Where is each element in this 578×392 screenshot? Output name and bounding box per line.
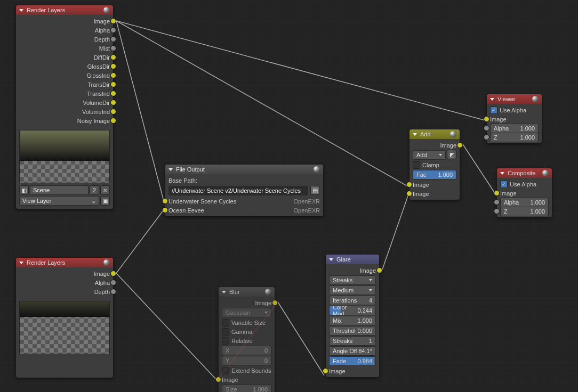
preview-icon[interactable] (314, 166, 320, 173)
color-ramp-icon[interactable]: ◩ (447, 150, 456, 159)
size-slider[interactable]: Size1.000 (222, 385, 271, 392)
socket-out[interactable] (272, 300, 278, 306)
socket-out[interactable] (110, 118, 116, 124)
node-header[interactable]: Render Layers (16, 258, 113, 267)
colormod-slider[interactable]: Color Mod0.244 (329, 306, 376, 315)
collapse-icon[interactable] (168, 168, 173, 171)
socket-in[interactable] (484, 125, 489, 131)
alpha-slider[interactable]: Alpha1.000 (490, 124, 539, 133)
socket-in[interactable] (323, 368, 328, 374)
socket-in[interactable] (215, 377, 221, 382)
file-slot-name[interactable]: Ocean Eevee (168, 207, 290, 214)
socket-out[interactable] (110, 54, 116, 60)
blend-mode-dropdown[interactable]: Add (413, 150, 446, 160)
glare-type-dropdown[interactable]: Streaks (329, 275, 376, 285)
socket-out[interactable] (110, 27, 116, 33)
preview-icon[interactable] (103, 259, 110, 266)
socket-in[interactable] (494, 208, 500, 214)
socket-out[interactable] (110, 271, 116, 276)
node-header[interactable]: Blur (219, 287, 275, 297)
node-header[interactable]: Add (410, 129, 460, 139)
y-slider[interactable]: Y0 (222, 356, 271, 365)
socket-out[interactable] (110, 109, 116, 115)
glare-node[interactable]: Glare Image Streaks Medium Iterations4 C… (326, 255, 379, 377)
node-header[interactable]: Glare (326, 255, 379, 264)
glare-quality-dropdown[interactable]: Medium (329, 285, 376, 295)
socket-in[interactable] (162, 198, 168, 204)
collapse-icon[interactable] (500, 172, 504, 175)
file-output-node[interactable]: File Output Base Path: //Underwater Scen… (165, 165, 323, 216)
iterations-slider[interactable]: Iterations4 (329, 296, 376, 305)
viewlayer-field[interactable]: View Layer⌄ (19, 196, 99, 206)
socket-in[interactable] (406, 182, 412, 187)
node-header[interactable]: Render Layers (16, 5, 113, 15)
file-slot-name[interactable]: Underwater Scene Cycles (168, 198, 290, 205)
add-mix-node[interactable]: Add Image Add ◩ Clamp Fac1.000 Image Ima… (410, 129, 460, 200)
node-header[interactable]: File Output (165, 165, 323, 174)
collapse-icon[interactable] (413, 133, 417, 136)
composite-node[interactable]: Composite ✓Use Alpha Image Alpha1.000 Z1… (497, 168, 552, 217)
blur-node[interactable]: Blur Image Gaussian Variable Size Gamma … (219, 287, 275, 392)
threshold-slider[interactable]: Threshol0.000 (329, 326, 376, 336)
x-slider[interactable]: X0 (222, 346, 271, 355)
render-layers-node-2[interactable]: Render Layers Image Alpha Depth (16, 258, 113, 378)
socket-out[interactable] (376, 267, 382, 273)
socket-in[interactable] (494, 190, 500, 196)
collapse-icon[interactable] (490, 98, 494, 101)
node-editor-canvas[interactable]: { "rl1":{ "title":"Render Layers", "outs… (0, 0, 578, 392)
alpha-slider[interactable]: Alpha1.000 (500, 198, 549, 207)
z-slider[interactable]: Z1.000 (490, 133, 539, 142)
socket-out[interactable] (110, 18, 116, 24)
preview-icon[interactable] (542, 170, 549, 176)
collapse-icon[interactable] (19, 262, 23, 264)
z-slider[interactable]: Z1.000 (500, 207, 549, 216)
socket-in[interactable] (406, 191, 412, 197)
preview-icon[interactable] (532, 96, 539, 102)
checkbox[interactable]: ✓ (490, 107, 497, 114)
close-button[interactable]: ✕ (100, 185, 110, 195)
socket-in[interactable] (494, 199, 500, 205)
checkbox[interactable] (222, 367, 229, 374)
scene-field[interactable]: Scene (30, 185, 89, 195)
render-button[interactable]: ▣ (100, 196, 110, 206)
socket-out[interactable] (110, 63, 116, 69)
streaks-slider[interactable]: Streaks1 (329, 336, 376, 346)
checkbox[interactable] (222, 328, 229, 336)
checkbox[interactable] (222, 319, 229, 326)
socket-in[interactable] (484, 116, 489, 122)
scene-users[interactable]: 2 (90, 185, 99, 195)
blur-type-dropdown[interactable]: Gaussian (222, 308, 271, 317)
preview-icon[interactable] (450, 131, 456, 137)
render-layers-node-1[interactable]: Render Layers Image Alpha Depth Mist Dif… (16, 5, 113, 209)
viewer-node[interactable]: Viewer ✓Use Alpha Image Alpha1.000 Z1.00… (487, 94, 542, 143)
socket-out[interactable] (110, 289, 116, 295)
preview-icon[interactable] (103, 7, 110, 13)
render-preview (19, 130, 110, 183)
folder-icon[interactable]: ▤ (310, 186, 320, 194)
socket-out[interactable] (110, 280, 116, 285)
preview-icon[interactable] (265, 289, 271, 295)
socket-out[interactable] (110, 100, 116, 105)
fade-slider[interactable]: Fade0.984 (329, 356, 376, 366)
socket-out[interactable] (110, 91, 116, 96)
collapse-icon[interactable] (222, 291, 226, 293)
checkbox[interactable] (222, 337, 229, 345)
collapse-icon[interactable] (19, 9, 23, 12)
collapse-icon[interactable] (329, 258, 333, 261)
node-header[interactable]: Viewer (487, 94, 542, 104)
node-header[interactable]: Composite (497, 168, 552, 178)
fac-slider[interactable]: Fac1.000 (413, 170, 456, 179)
socket-out[interactable] (457, 142, 463, 148)
socket-out[interactable] (110, 72, 116, 78)
scene-icon[interactable]: ◧ (19, 185, 29, 195)
socket-in[interactable] (484, 134, 489, 140)
angleoff-slider[interactable]: Angle Off84.1° (329, 346, 376, 356)
path-input[interactable]: //Underwater Scene v2/Underwater Scene C… (168, 186, 308, 195)
mix-slider[interactable]: Mix1.000 (329, 316, 376, 325)
socket-out[interactable] (110, 36, 116, 42)
socket-out[interactable] (110, 45, 116, 51)
checkbox[interactable] (413, 161, 420, 169)
checkbox[interactable]: ✓ (500, 181, 508, 188)
socket-out[interactable] (110, 81, 116, 87)
socket-in[interactable] (162, 207, 168, 213)
